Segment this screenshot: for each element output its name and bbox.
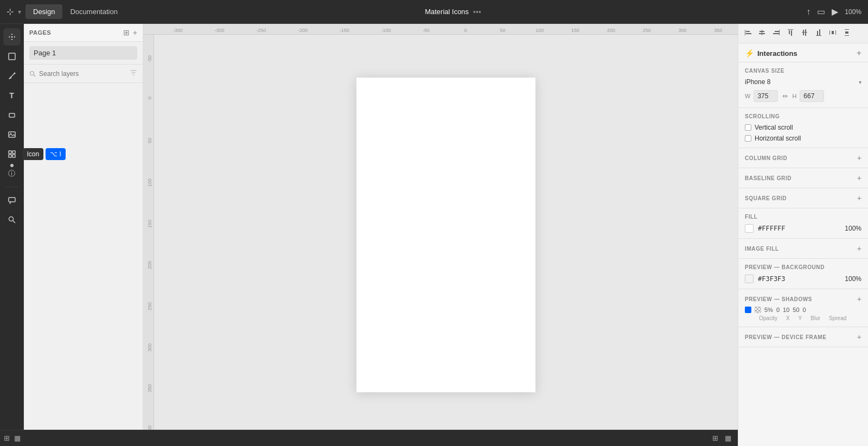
svg-point-11 bbox=[9, 217, 13, 221]
canvas-area[interactable]: -350 -300 -250 -200 -150 -100 -50 0 50 1… bbox=[143, 24, 738, 446]
play-icon[interactable]: ▶ bbox=[832, 7, 838, 17]
preview-device-frame-row: PREVIEW — DEVICE FRAME + bbox=[745, 333, 861, 341]
tool-move[interactable] bbox=[3, 28, 21, 46]
align-right-btn[interactable] bbox=[771, 27, 782, 40]
tool-image[interactable] bbox=[3, 126, 21, 143]
add-square-grid-btn[interactable]: + bbox=[857, 194, 861, 202]
add-baseline-grid-btn[interactable]: + bbox=[857, 174, 861, 182]
align-middle-btn[interactable] bbox=[799, 27, 810, 40]
more-icon[interactable]: ••• bbox=[473, 8, 481, 16]
interactions-section: ⚡ Interactions + bbox=[738, 43, 868, 62]
add-column-grid-btn[interactable]: + bbox=[857, 154, 861, 162]
page-item[interactable]: Page 1 bbox=[29, 46, 137, 60]
svg-rect-13 bbox=[745, 30, 745, 35]
ruler-mark: -300 bbox=[215, 28, 225, 33]
x-label: X bbox=[786, 315, 790, 321]
fill-hex[interactable]: #FFFFFF bbox=[758, 225, 786, 232]
tool-info[interactable]: ⓘ bbox=[3, 165, 21, 182]
square-grid-row: SQUARE GRID + bbox=[745, 194, 861, 202]
svg-rect-21 bbox=[773, 33, 779, 34]
tab-documentation[interactable]: Documentation bbox=[62, 4, 125, 19]
tool-search[interactable] bbox=[3, 211, 21, 228]
height-label: H bbox=[792, 93, 796, 99]
vertical-scroll-option: Vertical scroll bbox=[745, 124, 861, 131]
tool-comment[interactable] bbox=[3, 192, 21, 209]
lightning-icon: ⚡ bbox=[745, 49, 754, 58]
zoom-level[interactable]: 100% bbox=[845, 8, 861, 16]
canvas-frame[interactable] bbox=[356, 78, 535, 392]
ruler-mark-v: 50 bbox=[147, 138, 152, 143]
search-input[interactable] bbox=[39, 70, 126, 78]
distribute-v-btn[interactable] bbox=[841, 27, 852, 40]
align-top-btn[interactable] bbox=[785, 27, 796, 40]
ruler-left: -50 0 50 100 150 200 250 300 350 400 bbox=[143, 35, 154, 446]
svg-rect-10 bbox=[9, 197, 15, 202]
shadow-type-checkbox[interactable] bbox=[755, 307, 761, 313]
device-icon[interactable]: ▭ bbox=[817, 7, 825, 17]
tool-pen[interactable] bbox=[3, 67, 21, 85]
filter-btn[interactable] bbox=[130, 69, 137, 78]
preview-bg-opacity[interactable]: 100% bbox=[845, 275, 861, 283]
shadow-opacity-val[interactable]: 5% bbox=[764, 307, 773, 313]
ruler-mark: 350 bbox=[714, 28, 722, 33]
preview-bg-hex[interactable]: #F3F3F3 bbox=[758, 275, 786, 283]
distribute-h-btn[interactable] bbox=[827, 27, 838, 40]
add-image-fill-btn[interactable]: + bbox=[857, 244, 861, 253]
menu-icon[interactable]: ⊹ bbox=[7, 7, 14, 17]
ruler-mark-v: 300 bbox=[147, 343, 152, 352]
height-input[interactable]: 667 bbox=[800, 90, 824, 102]
shadow-spread-val[interactable]: 0 bbox=[803, 307, 806, 313]
fill-color-swatch[interactable] bbox=[745, 224, 754, 233]
bottom-assets-icon[interactable]: ▦ bbox=[14, 434, 21, 442]
shadow-x-val[interactable]: 0 bbox=[776, 307, 780, 313]
fill-opacity[interactable]: 100% bbox=[845, 225, 861, 232]
add-interaction-btn[interactable]: + bbox=[857, 49, 861, 58]
align-center-btn[interactable] bbox=[757, 27, 768, 40]
ruler-mark: -200 bbox=[298, 28, 308, 33]
opacity-label: Opacity bbox=[759, 315, 777, 321]
ruler-mark: 300 bbox=[678, 28, 686, 33]
tab-design[interactable]: Design bbox=[25, 4, 62, 19]
canvas-size-select[interactable]: iPhone 8 bbox=[745, 78, 770, 86]
horizontal-scroll-checkbox[interactable] bbox=[745, 135, 751, 142]
ruler-mark: 0 bbox=[464, 28, 467, 33]
tool-component[interactable]: Icon ⌥ I bbox=[3, 145, 21, 163]
bottom-grid-icon[interactable]: ▦ bbox=[725, 434, 731, 442]
tool-shape[interactable] bbox=[3, 106, 21, 124]
right-top-toolbar bbox=[738, 24, 868, 43]
shadow-y-val[interactable]: 10 bbox=[783, 307, 789, 313]
svg-rect-14 bbox=[746, 31, 750, 32]
dimension-row: W 375 ⇔ H 667 bbox=[745, 90, 861, 102]
svg-point-0 bbox=[11, 36, 12, 38]
add-device-frame-btn[interactable]: + bbox=[857, 333, 861, 341]
tool-frame[interactable] bbox=[3, 48, 21, 65]
preview-bg-swatch[interactable] bbox=[745, 275, 754, 283]
align-left-btn[interactable] bbox=[743, 27, 754, 40]
shadow-blur-val[interactable]: 50 bbox=[793, 307, 799, 313]
align-bottom-btn[interactable] bbox=[813, 27, 824, 40]
tooltip-shortcut: ⌥ I bbox=[46, 148, 66, 160]
shadow-enabled-checkbox[interactable] bbox=[745, 307, 751, 313]
ruler-mark-v: 150 bbox=[147, 220, 152, 228]
svg-rect-18 bbox=[759, 33, 765, 34]
baseline-grid-label: BASELINE GRID bbox=[745, 175, 792, 181]
vertical-scroll-checkbox[interactable] bbox=[745, 124, 751, 131]
svg-rect-35 bbox=[845, 35, 849, 36]
bottom-zoom-icon[interactable]: ⊞ bbox=[712, 434, 718, 442]
bottom-layers-icon[interactable]: ⊞ bbox=[4, 434, 10, 442]
fill-row: #FFFFFF 100% bbox=[745, 224, 861, 233]
svg-point-12 bbox=[30, 71, 34, 75]
width-input[interactable]: 375 bbox=[754, 90, 778, 102]
ruler-mark: 250 bbox=[643, 28, 651, 33]
tool-text[interactable]: T bbox=[3, 87, 21, 104]
grid-view-btn[interactable]: ⊞ bbox=[123, 28, 130, 37]
svg-rect-36 bbox=[845, 31, 848, 34]
add-page-btn[interactable]: + bbox=[133, 28, 137, 37]
export-icon[interactable]: ↑ bbox=[806, 7, 810, 17]
canvas-size-section: CANVAS SIZE iPhone 8 ▾ W 375 ⇔ H 667 bbox=[738, 62, 868, 108]
y-label: Y bbox=[799, 315, 802, 321]
svg-rect-32 bbox=[835, 30, 836, 35]
add-shadow-btn[interactable]: + bbox=[857, 295, 861, 303]
width-label: W bbox=[745, 93, 750, 99]
svg-rect-23 bbox=[789, 30, 790, 34]
